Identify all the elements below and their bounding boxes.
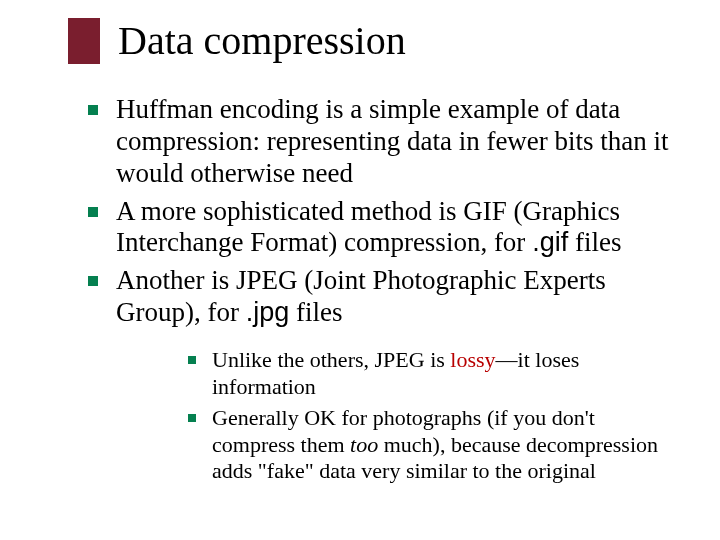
code-text: .gif: [532, 227, 568, 257]
title-row: Data compression: [68, 18, 680, 64]
list-item: Unlike the others, JPEG is lossy—it lose…: [184, 347, 680, 401]
keyword: lossy: [450, 347, 495, 372]
slide: Data compression Huffman encoding is a s…: [0, 0, 720, 540]
code-text: .jpg: [246, 297, 290, 327]
text: Huffman encoding is a simple example of: [116, 94, 575, 124]
text: files: [568, 227, 621, 257]
emphasis: too: [350, 432, 378, 457]
accent-bar: [68, 18, 100, 64]
list-item: Generally OK for photographs (if you don…: [184, 405, 680, 485]
page-title: Data compression: [118, 19, 406, 63]
text: files: [289, 297, 342, 327]
list-item: Huffman encoding is a simple example of …: [82, 94, 680, 190]
text: Another is JPEG (Joint Photographic Expe…: [116, 265, 606, 327]
bullet-list: Huffman encoding is a simple example of …: [82, 94, 680, 485]
list-item: A more sophisticated method is GIF (Grap…: [82, 196, 680, 260]
text: Unlike the others, JPEG is: [212, 347, 450, 372]
list-item: Another is JPEG (Joint Photographic Expe…: [82, 265, 680, 485]
sub-bullet-list: Unlike the others, JPEG is lossy—it lose…: [184, 347, 680, 485]
